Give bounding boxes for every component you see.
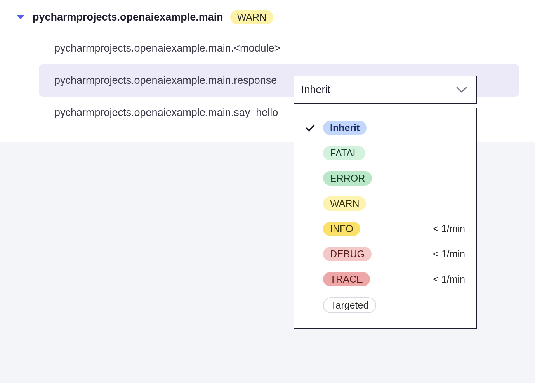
logger-child-row[interactable]: pycharmprojects.openaiexample.main.<modu… — [39, 32, 519, 64]
log-level-option[interactable]: DEBUG< 1/min — [301, 241, 469, 267]
log-level-option[interactable]: Inherit — [301, 115, 469, 140]
log-level-pill: WARN — [323, 196, 366, 211]
log-rate-label: < 1/min — [433, 248, 465, 260]
logger-level-badge: WARN — [230, 10, 273, 24]
logger-child-label: pycharmprojects.openaiexample.main.respo… — [54, 75, 277, 87]
log-level-option[interactable]: Targeted — [301, 292, 469, 319]
log-level-select-value: Inherit — [301, 84, 330, 96]
expand-collapse-icon[interactable] — [16, 14, 26, 21]
log-level-dropdown-panel: InheritFATALERRORWARNINFO< 1/minDEBUG< 1… — [294, 108, 477, 329]
log-level-pill: DEBUG — [323, 247, 372, 261]
checkmark-icon — [304, 124, 317, 132]
logger-child-label: pycharmprojects.openaiexample.main.<modu… — [54, 42, 280, 54]
log-level-pill: Inherit — [323, 121, 367, 135]
log-level-selector: Inherit InheritFATALERRORWARNINFO< 1/min… — [294, 76, 477, 329]
log-level-select[interactable]: Inherit — [294, 76, 477, 104]
log-level-pill: ERROR — [323, 171, 372, 186]
log-level-option[interactable]: WARN — [301, 191, 469, 216]
log-level-pill: FATAL — [323, 146, 365, 160]
log-level-pill: TRACE — [323, 272, 370, 286]
log-level-option[interactable]: INFO< 1/min — [301, 216, 469, 241]
log-rate-label: < 1/min — [433, 274, 465, 285]
log-level-option[interactable]: ERROR — [301, 166, 469, 191]
log-level-option[interactable]: TRACE< 1/min — [301, 267, 469, 292]
log-level-pill: INFO — [323, 222, 360, 236]
logger-header-row: pycharmprojects.openaiexample.main WARN — [16, 8, 519, 32]
logger-child-label: pycharmprojects.openaiexample.main.say_h… — [54, 107, 278, 119]
logger-name-title: pycharmprojects.openaiexample.main — [33, 11, 223, 23]
log-level-option[interactable]: FATAL — [301, 140, 469, 166]
log-level-pill: Targeted — [323, 297, 376, 313]
log-rate-label: < 1/min — [433, 223, 465, 234]
chevron-down-icon — [456, 86, 467, 94]
